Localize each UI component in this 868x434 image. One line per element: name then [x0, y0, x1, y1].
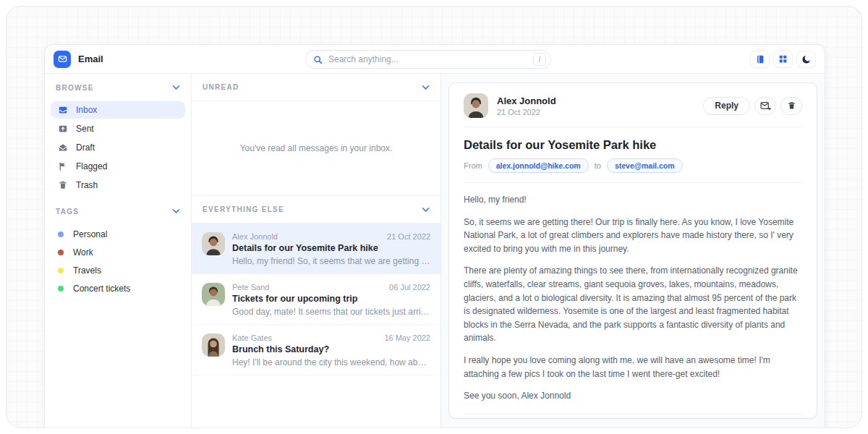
browse-label: BROWSE — [56, 84, 94, 92]
search-input[interactable] — [328, 54, 527, 64]
chevron-down-icon[interactable] — [172, 85, 180, 90]
from-to-row: From alex.jonnold@hike.com to steve@mail… — [464, 158, 802, 183]
envelope-icon — [57, 54, 68, 64]
message-list-column: UNREAD You've read all messages in your … — [192, 74, 441, 428]
browse-nav: Inbox Sent Draft — [45, 101, 191, 194]
mail-list-item[interactable]: Alex Jonnold 21 Oct 2022 Details for our… — [192, 224, 441, 274]
body-paragraph: I really hope you love coming along with… — [464, 354, 802, 380]
apps-grid-button[interactable] — [773, 51, 793, 68]
mail-date: 21 Oct 2022 — [387, 232, 430, 241]
mail-date: 06 Jul 2022 — [389, 283, 430, 292]
sidebar-item-label: Flagged — [76, 161, 107, 171]
tag-dot — [58, 250, 64, 255]
tag-dot — [58, 268, 64, 273]
app-body: BROWSE Inbox — [45, 74, 825, 428]
mail-date: 16 May 2022 — [384, 333, 430, 342]
detail-actions: Reply — [703, 97, 802, 115]
sent-icon — [58, 124, 68, 134]
tag-label: Travels — [73, 265, 101, 276]
chevron-down-icon[interactable] — [422, 85, 430, 90]
tag-dot — [58, 231, 64, 237]
moon-icon — [801, 54, 812, 64]
mail-sender: Pete Sand — [232, 283, 269, 292]
body-paragraph: Hello, my friend! — [464, 193, 802, 207]
mail-item-content: Alex Jonnold 21 Oct 2022 Details for our… — [232, 232, 430, 266]
mail-list-item[interactable]: Pete Sand 06 Jul 2022 Tickets for our up… — [192, 274, 441, 325]
tags-section-header: TAGS — [45, 197, 191, 225]
app-title: Email — [78, 54, 103, 64]
forward-mail-button[interactable] — [754, 97, 776, 115]
mail-item-content: Pete Sand 06 Jul 2022 Tickets for our up… — [232, 283, 430, 317]
trash-icon — [787, 101, 796, 111]
tag-item-concert-tickets[interactable]: Concert tickets — [51, 279, 185, 297]
unread-empty-message: You've read all messages in your inbox. — [192, 101, 441, 196]
chevron-down-icon[interactable] — [172, 208, 180, 214]
avatar — [202, 333, 225, 357]
unread-label: UNREAD — [203, 83, 239, 91]
sidebar-item-flagged[interactable]: Flagged — [51, 158, 185, 175]
search-icon — [313, 55, 323, 64]
tag-item-personal[interactable]: Personal — [51, 225, 185, 243]
mail-item-content: Kate Gates 16 May 2022 Brunch this Satur… — [232, 333, 430, 367]
chevron-down-icon[interactable] — [422, 207, 430, 213]
body-paragraph: There are plenty of amazing things to se… — [464, 264, 802, 345]
mail-subject: Tickets for our upcoming trip — [232, 294, 430, 304]
dark-mode-button[interactable] — [796, 51, 816, 68]
detail-pane: Alex Jonnold 21 Oct 2022 Reply — [441, 74, 825, 428]
tags-label: TAGS — [56, 208, 79, 216]
mail-preview: Hey! I'll be around the city this weeken… — [232, 357, 430, 367]
from-label: From — [464, 161, 482, 170]
sidebar-item-inbox[interactable]: Inbox — [51, 101, 185, 119]
sidebar-item-label: Inbox — [76, 105, 97, 115]
mail-sender: Alex Jonnold — [232, 232, 278, 241]
sidebar-item-label: Draft — [76, 142, 95, 153]
mail-forward-icon — [760, 101, 771, 111]
notebook-button[interactable] — [750, 51, 770, 68]
mail-preview: Hello, my friend! So, it seems that we a… — [232, 256, 430, 266]
mail-list-item[interactable]: Kate Gates 16 May 2022 Brunch this Satur… — [192, 325, 441, 375]
draft-icon — [58, 142, 68, 153]
detail-subject: Details for our Yosemite Park hike — [464, 138, 802, 152]
sidebar: BROWSE Inbox — [45, 74, 192, 428]
reply-button[interactable]: Reply — [703, 97, 750, 115]
body-paragraph: See you soon, Alex Jonnold — [464, 389, 802, 403]
tag-label: Work — [73, 247, 93, 258]
mail-preview: Good day, mate! It seems that our ticket… — [232, 307, 430, 317]
body-paragraph: So, it seems we are getting there! Our t… — [464, 216, 802, 256]
tag-item-work[interactable]: Work — [51, 243, 185, 261]
delete-mail-button[interactable] — [780, 97, 802, 115]
avatar — [202, 232, 225, 255]
sidebar-item-sent[interactable]: Sent — [51, 120, 185, 137]
email-body: Hello, my friend! So, it seems we are ge… — [464, 183, 802, 414]
from-email-chip[interactable]: alex.jonnold@hike.com — [488, 158, 589, 173]
avatar — [202, 283, 225, 306]
unread-section-header: UNREAD — [192, 74, 441, 101]
everything-else-section-header: EVERYTHING ELSE — [192, 196, 441, 224]
app-header: Email / — [45, 45, 825, 74]
everything-else-label: EVERYTHING ELSE — [203, 205, 284, 213]
trash-icon — [58, 180, 68, 190]
email-app-window: Email / — [44, 44, 825, 428]
apps-grid-icon — [778, 54, 788, 64]
email-detail-card: Alex Jonnold 21 Oct 2022 Reply — [448, 82, 817, 419]
sidebar-item-draft[interactable]: Draft — [51, 139, 185, 156]
detail-date: 21 Oct 2022 — [497, 108, 556, 116]
header-actions — [750, 51, 816, 68]
tag-item-travels[interactable]: Travels — [51, 261, 185, 279]
page-frame: Email / — [6, 6, 862, 428]
browse-section-header: BROWSE — [45, 74, 191, 101]
flag-icon — [58, 161, 68, 171]
sidebar-item-label: Sent — [76, 124, 94, 134]
inbox-icon — [58, 105, 68, 115]
mail-subject: Brunch this Saturday? — [232, 344, 430, 354]
search-shortcut-key: / — [533, 53, 546, 66]
sidebar-item-trash[interactable]: Trash — [51, 176, 185, 194]
sender-block: Alex Jonnold 21 Oct 2022 — [497, 95, 556, 116]
email-app-logo — [54, 51, 71, 68]
search-bar[interactable]: / — [305, 50, 551, 69]
to-email-chip[interactable]: steve@mail.com — [607, 158, 683, 173]
sidebar-item-label: Trash — [76, 180, 98, 190]
detail-header: Alex Jonnold 21 Oct 2022 Reply — [464, 83, 802, 127]
mail-subject: Details for our Yosemite Park hike — [232, 243, 430, 253]
notebook-icon — [755, 54, 765, 64]
